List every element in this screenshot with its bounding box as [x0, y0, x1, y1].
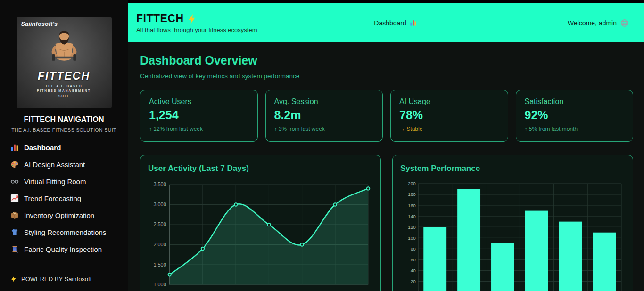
sidebar-item-label: Virtual Fitting Room: [24, 178, 86, 186]
svg-text:120: 120: [408, 225, 416, 230]
welcome-area: Welcome, admin: [417, 19, 629, 27]
chart-title: User Activity (Last 7 Days): [148, 164, 373, 173]
header-nav-dashboard[interactable]: Dashboard: [374, 19, 417, 27]
sidebar-item-label: Dashboard: [24, 144, 61, 152]
header-title: FITTECH: [136, 12, 184, 25]
logo-owner-text: Saiinfosoft's: [21, 20, 58, 27]
stat-delta: ↑ 12% from last week: [149, 126, 249, 132]
sidebar-item-virtual-fitting-room[interactable]: Virtual Fitting Room: [0, 173, 128, 190]
sidebar-item-label: Styling Recommendations: [24, 228, 106, 236]
stat-value: 8.2m: [274, 108, 374, 122]
svg-text:1,500: 1,500: [153, 262, 166, 267]
stats-grid: Active Users1,254↑ 12% from last weekAvg…: [140, 90, 633, 142]
svg-text:140: 140: [408, 214, 416, 219]
globe-icon: [620, 19, 629, 27]
thread-spool-icon: [10, 245, 19, 253]
stat-delta: ↑ 3% from last week: [274, 126, 374, 132]
bolt-icon: [187, 14, 198, 24]
stat-value: 92%: [525, 108, 625, 122]
bar-chart-icon: [410, 19, 417, 26]
svg-text:80: 80: [411, 246, 416, 251]
top-header: FITTECH All that flows through your fitn…: [128, 3, 644, 42]
chart-title: System Performance: [400, 164, 625, 173]
system-performance-chart: 020406080100120140160180200: [400, 180, 625, 291]
sidebar-item-styling-recommendations[interactable]: Styling Recommendations: [0, 224, 128, 241]
svg-text:100: 100: [408, 235, 416, 241]
app-root: Saiinfosoft's FITTECH THE A.I. BASED FIT: [0, 0, 644, 291]
system-performance-card: System Performance 020406080100120140160…: [392, 155, 633, 291]
powered-by-text: POWERED BY Sainfosoft: [21, 275, 91, 283]
logo-tagline: THE A.I. BASED FITNESS MANAGEMENT SUIT: [37, 84, 91, 98]
sidebar-item-fabric-quality-inspection[interactable]: Fabric Quality Inspection: [0, 241, 128, 258]
stat-label: Active Users: [149, 97, 249, 106]
welcome-text: Welcome, admin: [568, 19, 617, 27]
main-panel: Dashboard Overview Centralized view of k…: [128, 42, 644, 291]
logo-tagline-line: SUIT: [37, 94, 91, 98]
package-icon: [10, 211, 19, 219]
svg-text:2,000: 2,000: [153, 242, 166, 247]
header-tagline: All that flows through your fitness ecos…: [136, 26, 374, 33]
logo-title: FITTECH: [38, 70, 90, 82]
stat-label: Avg. Session: [274, 97, 374, 106]
sidebar: Saiinfosoft's FITTECH THE A.I. BASED FIT: [0, 0, 128, 291]
svg-text:40: 40: [411, 268, 416, 273]
page-title: Dashboard Overview: [140, 54, 633, 67]
svg-text:20: 20: [411, 279, 416, 284]
sidebar-item-trend-forecasting[interactable]: Trend Forecasting: [0, 190, 128, 207]
stat-delta: → Stable: [399, 126, 499, 132]
powered-by: POWERED BY Sainfosoft: [0, 275, 128, 291]
svg-text:60: 60: [411, 257, 416, 262]
svg-text:200: 200: [408, 181, 416, 186]
stat-card-active-users: Active Users1,254↑ 12% from last week: [140, 90, 258, 142]
charts-grid: User Activity (Last 7 Days) 1,0001,5002,…: [140, 155, 633, 291]
stat-delta: ↑ 5% from last month: [525, 126, 625, 132]
palette-icon: [10, 160, 19, 169]
brand-logo: Saiinfosoft's FITTECH THE A.I. BASED FIT: [17, 17, 112, 108]
page-subtitle: Centralized view of key metrics and syst…: [140, 73, 633, 80]
sidebar-item-label: Fabric Quality Inspection: [24, 245, 102, 253]
stat-card-satisfaction: Satisfaction92%↑ 5% from last month: [516, 90, 634, 142]
sidebar-nav-title: FITTECH NAVIGATION: [0, 115, 128, 124]
sidebar-item-label: AI Design Assistant: [24, 161, 85, 169]
user-activity-chart: 1,0001,5002,0002,5003,0003,500: [148, 180, 373, 291]
sidebar-item-ai-design-assistant[interactable]: AI Design Assistant: [0, 156, 128, 173]
sidebar-nav: DashboardAI Design AssistantVirtual Fitt…: [0, 139, 128, 258]
svg-text:1,000: 1,000: [153, 282, 166, 287]
sidebar-item-label: Trend Forecasting: [24, 194, 81, 202]
svg-text:3,500: 3,500: [153, 181, 166, 187]
user-activity-card: User Activity (Last 7 Days) 1,0001,5002,…: [140, 155, 381, 291]
bodybuilder-illustration: [41, 27, 87, 71]
sidebar-item-dashboard[interactable]: Dashboard: [0, 139, 128, 156]
svg-text:180: 180: [408, 192, 416, 197]
svg-text:2,500: 2,500: [153, 221, 166, 227]
logo-tagline-line: THE A.I. BASED: [37, 84, 91, 89]
trend-chart-icon: [10, 194, 19, 202]
sidebar-item-inventory-optimization[interactable]: Inventory Optimization: [0, 207, 128, 224]
stat-card-ai-usage: AI Usage78%→ Stable: [390, 90, 508, 142]
content-column: FITTECH All that flows through your fitn…: [128, 0, 644, 291]
stat-value: 78%: [399, 108, 499, 122]
stat-card-avg-session: Avg. Session8.2m↑ 3% from last week: [265, 90, 383, 142]
sidebar-nav-subtitle: THE A.I. BASED FITNESS SOLUTION SUIT: [0, 127, 128, 133]
stat-label: AI Usage: [399, 97, 499, 106]
header-nav-label: Dashboard: [374, 19, 406, 27]
logo-tagline-line: FITNESS MANAGEMENT: [37, 89, 91, 93]
header-brand: FITTECH All that flows through your fitn…: [136, 12, 374, 33]
shirt-icon: [10, 228, 19, 236]
bar-chart-icon: [10, 143, 19, 152]
svg-text:3,000: 3,000: [153, 202, 166, 207]
svg-text:160: 160: [408, 203, 416, 208]
sidebar-item-label: Inventory Optimization: [24, 211, 94, 219]
bolt-icon: [10, 275, 17, 283]
stat-label: Satisfaction: [525, 97, 625, 106]
stat-value: 1,254: [149, 108, 249, 122]
goggles-icon: [10, 177, 19, 186]
